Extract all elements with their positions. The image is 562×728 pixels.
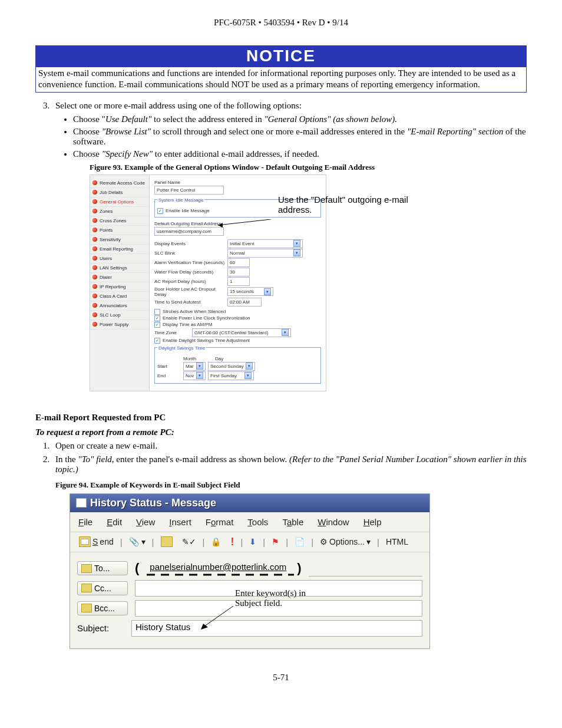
nav-item-label: Sensitivity	[100, 237, 121, 242]
html-button[interactable]: HTML	[383, 536, 411, 548]
separator: |	[240, 537, 243, 547]
door-select[interactable]: 15 seconds	[227, 287, 273, 296]
nav-item-label: Points	[100, 228, 113, 233]
val: 15 seconds	[230, 289, 254, 294]
ampm-checkbox[interactable]	[154, 322, 160, 328]
page-number: 5-71	[35, 673, 527, 683]
alarm-verif-input[interactable]: 60	[227, 258, 250, 267]
nav-item-lan-settings[interactable]: LAN Settings	[90, 263, 149, 273]
address-book-button[interactable]	[158, 535, 176, 548]
end-day-select[interactable]: First Sunday	[208, 371, 254, 380]
pline-label: Enable Power Line Clock Synchronization	[163, 315, 250, 321]
bcc-button[interactable]: Bcc...	[77, 601, 128, 615]
menu-file[interactable]: File	[78, 517, 92, 527]
enable-idle-checkbox[interactable]	[157, 208, 163, 214]
nav-item-label: SLC Loop	[100, 312, 121, 318]
subject-input[interactable]: History Status	[131, 620, 422, 637]
attach-button[interactable]: ▾	[126, 536, 148, 548]
nav-item-sensitivity[interactable]: Sensitivity	[90, 235, 149, 245]
chevron-down-icon	[196, 363, 203, 370]
nav-item-points[interactable]: Points	[90, 226, 149, 235]
txt: "Browse List"	[102, 127, 151, 136]
arrow-icon	[218, 219, 277, 231]
out-email-input[interactable]: username@company.com	[154, 227, 224, 236]
notice-title: NOTICE	[36, 46, 526, 67]
autotest-input[interactable]: 02:00 AM	[227, 298, 262, 307]
nav-dot-icon	[92, 284, 97, 289]
flag-button[interactable]: ⚑	[269, 536, 282, 548]
nav-item-zones[interactable]: Zones	[90, 207, 149, 216]
panel-name-input[interactable]: Potter Fire Control	[154, 186, 224, 195]
low-importance-button[interactable]: ⬇	[246, 536, 259, 548]
menu-view[interactable]: View	[136, 517, 155, 527]
bullet-use-default: Choose "Use Default" to select the addre…	[73, 114, 527, 124]
display-events-select[interactable]: Initial Event	[227, 239, 303, 248]
nav-dot-icon	[92, 218, 97, 223]
water-input[interactable]: 30	[227, 268, 250, 276]
nav-item-ip-reporting[interactable]: IP Reporting	[90, 282, 149, 292]
menu-window[interactable]: Window	[318, 517, 349, 527]
nav-item-dialer[interactable]: Dialer	[90, 273, 149, 282]
nav-item-users[interactable]: Users	[90, 254, 149, 263]
txt: "General Options" (as shown below).	[264, 114, 397, 124]
ac-label: AC Report Delay (hours)	[154, 279, 225, 284]
high-importance-button[interactable]: !	[227, 535, 237, 549]
menu-table[interactable]: Table	[282, 517, 303, 527]
panel-name-label: Panel Name	[154, 180, 321, 185]
end-month-select[interactable]: Nov	[183, 371, 206, 380]
options-button[interactable]: ⚙ Options... ▾	[317, 536, 373, 548]
nav-item-job-details[interactable]: Job Details	[90, 188, 149, 197]
nav-item-label: Job Details	[100, 190, 123, 195]
menu-format[interactable]: Format	[206, 517, 234, 527]
end-label: End	[157, 373, 181, 378]
nav-item-power-supply[interactable]: Power Supply	[90, 320, 149, 330]
cc-button[interactable]: Cc...	[77, 581, 128, 595]
strobes-checkbox[interactable]	[154, 309, 160, 315]
menu-edit[interactable]: Edit	[107, 517, 122, 527]
menubar: File Edit View Insert Format Tools Table…	[70, 512, 429, 532]
fig94-titlebar: History Status - Message	[70, 494, 429, 512]
permission-button[interactable]: 🔒	[208, 536, 224, 548]
start-month-select[interactable]: Mar	[183, 362, 206, 371]
txt: to scroll through and select one or more…	[151, 127, 407, 136]
nav-item-email-reporting[interactable]: Email Reporting	[90, 245, 149, 254]
arrow-icon	[201, 606, 236, 630]
nav-item-general-options[interactable]: General Options	[90, 197, 149, 207]
menu-help[interactable]: Help	[363, 517, 382, 527]
fig93-nav-panel: Remote Access CodeJob DetailsGeneral Opt…	[90, 175, 150, 391]
ac-input[interactable]: 1	[227, 277, 250, 286]
nav-dot-icon	[92, 294, 97, 298]
nav-dot-icon	[92, 256, 97, 261]
txt: to enter additional e-mail addresses, if…	[153, 149, 319, 159]
slc-select[interactable]: Normal	[227, 249, 303, 258]
step-3-text: Select one or more e-mail address using …	[55, 101, 302, 110]
dst-checkbox[interactable]	[154, 338, 160, 344]
nav-dot-icon	[92, 265, 97, 270]
menu-tools[interactable]: Tools	[247, 517, 268, 527]
start-day-select[interactable]: Second Sunday	[208, 362, 255, 371]
menu-insert[interactable]: Insert	[169, 517, 191, 527]
separator: |	[263, 537, 265, 547]
slc-label: SLC Blink	[154, 251, 225, 256]
nav-item-remote-access-code[interactable]: Remote Access Code	[90, 179, 149, 188]
tz-select[interactable]: GMT-06:00 (CST:Central Standard)	[192, 328, 291, 337]
nav-item-slc-loop[interactable]: SLC Loop	[90, 311, 149, 320]
send-icon	[79, 536, 91, 547]
bullet-browse-list: Choose "Browse List" to scroll through a…	[73, 127, 527, 147]
chevron-down-icon	[293, 249, 300, 256]
send-button[interactable]: Send	[76, 535, 117, 548]
nav-item-annunciators[interactable]: Annunciators	[90, 301, 149, 311]
pline-checkbox[interactable]	[154, 315, 160, 321]
txt: Choose	[73, 149, 102, 159]
nav-dot-icon	[92, 275, 97, 279]
check-names-button[interactable]: ✎✓	[179, 536, 199, 548]
svg-line-0	[218, 219, 271, 225]
signature-button[interactable]: 📄	[292, 536, 308, 548]
to-button[interactable]: To...	[77, 561, 128, 575]
nav-item-label: Power Supply	[100, 322, 128, 327]
nav-item-label: Users	[100, 256, 112, 261]
txt: to select the address entered in	[151, 114, 264, 124]
paperclip-icon	[129, 537, 140, 546]
nav-item-class-a-card[interactable]: Class A Card	[90, 292, 149, 301]
nav-item-cross-zones[interactable]: Cross Zones	[90, 216, 149, 226]
